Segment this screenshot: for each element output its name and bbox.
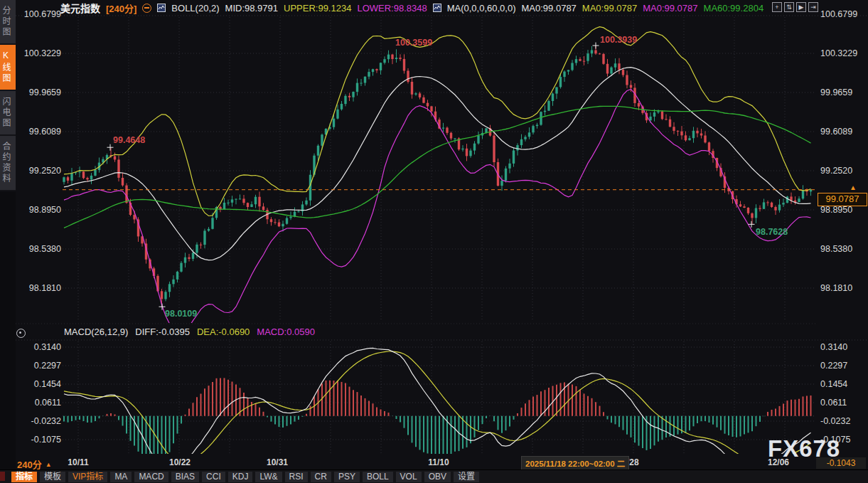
macd-axis-label-left: 0.1454 [34,379,61,389]
boll-upper-line [64,27,811,216]
ma0-yellow-value: MA0:99.0787 [582,3,637,14]
toolbar-boll-button[interactable]: BOLL [363,472,393,482]
y-axis-label-right: 98.8950 [820,205,852,215]
toolbar-cr-button[interactable]: CR [311,472,331,482]
window-buttons: +⇅▶⇥ [772,2,818,12]
y-axis-label-right: 99.6089 [820,127,852,137]
macd-axis-label-left: 0.3140 [34,342,61,352]
price-up-arrow-icon: ▲ [850,184,857,191]
macd-label: MACD(26,12,9) [64,327,128,337]
y-axis-label-left: 98.8950 [29,205,61,215]
macd-header: MACD(26,12,9) DIFF:-0.0395 DEA:-0.0690 M… [64,327,315,337]
y-axis-label-right: 100.3229 [820,48,857,58]
sidebar-tab-contract-info[interactable]: 合约资料 [0,136,16,191]
period-label[interactable]: [240分] [106,1,136,15]
grid-layer: 100.6799100.6799100.3229100.322999.96599… [16,9,868,454]
y-axis-label-left: 98.1810 [29,283,61,293]
pan-icon[interactable]: + [772,2,782,12]
sidebar-tab-lightning-chart[interactable]: 闪电图 [0,91,16,136]
symbol-name: 美元指数 [60,1,100,15]
period-selector-arrow-icon: ▲ [45,461,52,468]
toolbar-rsi-button[interactable]: RSI [285,472,308,482]
boll-mid-line [64,68,811,260]
annotations-layer: 99.4648100.3599100.393998.010998.7628 [107,35,788,319]
toolbar-psy-button[interactable]: PSY [334,472,360,482]
macd-dea-value: DEA:-0.0690 [197,327,250,337]
x-axis-date: 10/11 [68,457,88,467]
toolbar-obv-button[interactable]: OBV [424,472,451,482]
y-axis-label-left: 100.6799 [24,9,61,19]
price-annotation: 98.7628 [756,227,788,237]
x-axis-date: 11/10 [428,457,449,467]
boll-lower-value: LOWER:98.8348 [357,3,427,14]
boll-lower-line [64,89,811,332]
toolbar-bias-button[interactable]: BIAS [171,472,199,482]
boll-mid-value: MID:98.9791 [225,3,278,14]
toolbar-ma-button[interactable]: MA [110,472,132,482]
ma60-line [64,106,811,228]
macd-axis-label-right: 0.2297 [820,361,847,371]
price-annotation: 100.3599 [395,38,432,48]
boll-upper-value: UPPER:99.1234 [284,3,351,14]
price-annotation: 99.4648 [113,135,145,145]
price-annotation: 100.3939 [600,35,637,45]
y-axis-label-left: 99.6089 [29,127,61,137]
toolbar-template-button[interactable]: 模板 [40,472,65,482]
y-axis-label-left: 98.5380 [29,244,61,254]
x-axis-date: 10/22 [169,457,191,467]
app-window: 100.6799100.6799100.3229100.322999.96599… [0,0,868,483]
macd-axis-label-left: 0.0611 [35,398,61,408]
macd-histogram [64,378,811,465]
macd-dea-line [64,351,811,464]
ma-chart-icon[interactable] [433,4,441,12]
boll-label: BOLL(20,2) [171,3,219,14]
y-axis-label-right: 98.1810 [820,283,852,293]
sidebar: 分时图K线图闪电图合约资料 [0,0,16,469]
y-axis-label-right: 99.9659 [820,87,852,97]
price-annotation: 98.0109 [165,309,197,319]
ma60-value: MA60:99.2804 [704,3,764,14]
sidebar-tab-time-chart[interactable]: 分时图 [0,0,16,45]
y-axis-label-left: 99.2520 [29,166,61,176]
exit-right-icon[interactable]: ⇥ [808,2,818,12]
y-axis-label-right: 99.2520 [820,166,852,176]
macd-pane-settings-icon[interactable] [16,329,26,338]
indicator-header: 美元指数 [240分] BOLL(20,2) MID:98.9791 UPPER… [60,1,763,14]
toolbar-indicator-button[interactable]: 指标 [11,472,37,482]
toolbar-scroll-handle[interactable] [0,472,5,481]
y-axis-label-left: 100.3229 [24,48,61,58]
macd-axis-label-right: -0.0232 [820,416,850,426]
x-axis-date: 10/31 [267,457,288,467]
toolbar-cci-button[interactable]: CCI [202,472,225,482]
y-axis-label-left: 99.9659 [29,87,61,97]
current-price-tag: 99.0787 [818,193,867,206]
macd-diff-line [64,348,811,473]
crosshair-date-tag: 2025/11/18 22:00~02:00 二 [521,456,629,470]
sidebar-tab-candle-chart[interactable]: K线图 [0,45,16,91]
macd-axis-label-right: 0.3140 [820,342,847,352]
boll-chart-icon[interactable] [157,4,166,12]
toolbar-kdj-button[interactable]: KDJ [228,472,253,482]
toolbar-vip-indicator-button[interactable]: VIP指标 [68,472,107,482]
forward-icon[interactable]: ▶ [796,2,806,12]
toolbar-macd-button[interactable]: MACD [134,472,168,482]
collapse-indicator-icon[interactable] [142,4,151,13]
macd-axis-label-left: -0.0232 [31,416,61,426]
bottom-toolbar: 指标模板VIP指标MAMACDBIASCCIKDJLW&RSICRPSYBOLL… [0,469,868,483]
macd-axis-label-left: 0.2297 [34,361,61,371]
scale-axis-icon[interactable]: ⇅ [784,2,794,12]
toolbar-lw-button[interactable]: LW& [255,472,282,482]
ma0-white-value: MA0:99.0787 [522,3,577,14]
macd-axis-label-right: 0.0611 [820,398,847,408]
macd-macd-value: MACD:0.0590 [257,327,315,337]
toolbar-vol-button[interactable]: VOL [396,472,422,482]
ma0-magenta-value: MA0:99.0787 [643,3,697,14]
y-axis-label-right: 100.6799 [820,9,857,19]
ma-label: MA(0,0,0,60,0,0) [447,3,516,14]
y-axis-label-right: 98.5380 [820,244,852,254]
toolbar-settings-button[interactable]: 设置 [454,472,479,482]
macd-axis-label-left: -0.1075 [31,435,61,445]
watermark: FX678 [768,435,840,462]
price-chart: 100.6799100.6799100.3229100.322999.96599… [0,0,868,483]
macd-axis-label-right: 0.1454 [820,379,847,389]
